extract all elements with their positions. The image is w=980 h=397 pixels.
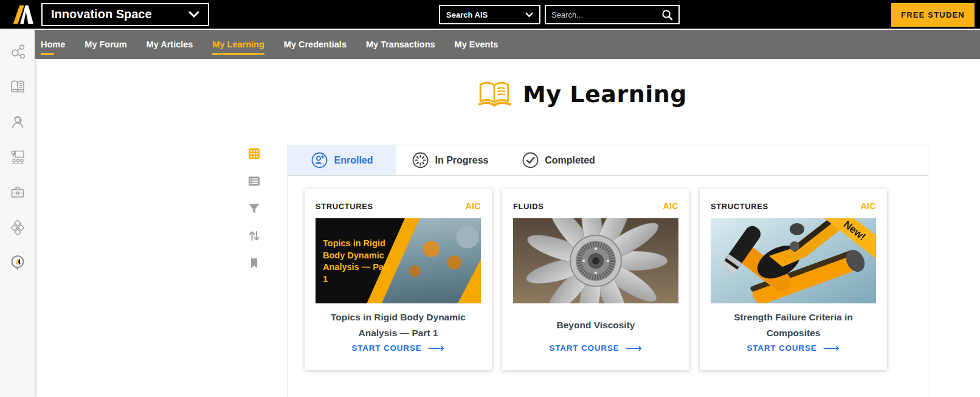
nav-my-events[interactable]: My Events — [455, 40, 499, 49]
broken-frame-photo: New! — [711, 218, 876, 303]
course-title: Topics in Rigid Body Dynamic Analysis — … — [316, 309, 481, 342]
grid-view-icon[interactable] — [248, 148, 260, 160]
card-badge: AIC — [465, 201, 481, 211]
course-title: Beyond Viscosity — [513, 309, 678, 342]
classroom-icon[interactable] — [10, 149, 26, 165]
course-card[interactable]: STRUCTURES AIC Topics in Rigid Body Dyna… — [305, 189, 492, 370]
card-head: STRUCTURES AIC — [316, 201, 481, 211]
course-card-grid: STRUCTURES AIC Topics in Rigid Body Dyna… — [288, 176, 928, 370]
nav-my-learning[interactable]: My Learning — [212, 40, 264, 49]
course-card[interactable]: STRUCTURES AIC — [700, 189, 887, 370]
card-head: STRUCTURES AIC — [711, 201, 876, 211]
share-network-icon[interactable] — [10, 43, 26, 59]
course-thumbnail: New! — [711, 218, 876, 303]
bookmark-icon[interactable] — [248, 257, 260, 269]
nav-my-credentials[interactable]: My Credentials — [284, 40, 347, 49]
sort-icon[interactable] — [248, 230, 260, 242]
spinner-icon — [412, 152, 429, 168]
search-icon[interactable] — [661, 9, 673, 21]
learning-panel: Enrolled In Progress — [288, 145, 928, 397]
course-thumbnail — [513, 218, 678, 303]
ansys-logo — [9, 3, 35, 26]
start-course-link[interactable]: START COURSE ⟶ — [513, 342, 678, 354]
arrow-right-icon: ⟶ — [428, 342, 445, 354]
nav-my-forum[interactable]: My Forum — [85, 40, 126, 49]
tab-completed-label: Completed — [545, 155, 595, 166]
search-scope-select[interactable]: Search AIS — [439, 5, 540, 24]
tab-enrolled[interactable]: Enrolled — [288, 145, 396, 175]
fan-photo — [513, 218, 678, 303]
open-book-icon — [478, 79, 512, 109]
page: Innovation Space Search AIS FREE STUDEN — [0, 0, 980, 397]
course-title: Strength Failure Criteria in Composites — [711, 309, 876, 342]
chevron-down-icon — [188, 11, 199, 18]
enroll-person-icon — [311, 152, 328, 168]
list-view-icon[interactable] — [248, 175, 260, 187]
page-title: My Learning — [523, 81, 687, 108]
search-input[interactable] — [551, 10, 661, 19]
card-badge: AIC — [663, 201, 678, 211]
search-scope-label: Search AIS — [446, 10, 488, 19]
view-toolbar — [248, 148, 260, 269]
support-person-icon[interactable] — [10, 114, 26, 129]
arrow-right-icon: ⟶ — [626, 342, 643, 354]
free-student-button[interactable]: FREE STUDEN — [891, 3, 975, 27]
card-head: FLUIDS AIC — [513, 201, 678, 211]
tab-enrolled-label: Enrolled — [334, 155, 373, 166]
card-category: STRUCTURES — [711, 202, 768, 211]
course-thumbnail: Topics in Rigid Body Dynamic Analysis — … — [316, 218, 481, 303]
check-circle-icon — [522, 152, 539, 168]
main-nav: Home My Forum My Articles My Learning My… — [35, 30, 980, 59]
nav-my-transactions[interactable]: My Transactions — [366, 40, 435, 49]
briefcase-icon[interactable] — [10, 184, 26, 200]
space-selector-label: Innovation Space — [51, 7, 152, 21]
ansys-chat-icon[interactable] — [10, 255, 26, 271]
tab-in-progress[interactable]: In Progress — [396, 145, 505, 175]
icon-sidebar — [0, 30, 35, 397]
tab-in-progress-label: In Progress — [435, 155, 488, 166]
tab-bar: Enrolled In Progress — [288, 145, 928, 176]
tab-completed[interactable]: Completed — [505, 145, 613, 175]
arrow-right-icon: ⟶ — [823, 342, 840, 354]
thumbnail-caption: Topics in Rigid Body Dynamic Analysis — … — [323, 238, 397, 285]
top-header: Innovation Space Search AIS FREE STUDEN — [0, 0, 980, 29]
search-box — [545, 5, 680, 24]
card-category: FLUIDS — [513, 202, 544, 211]
library-book-icon[interactable] — [10, 78, 26, 94]
nav-home[interactable]: Home — [41, 40, 65, 49]
space-selector[interactable]: Innovation Space — [41, 3, 209, 26]
filter-icon[interactable] — [248, 202, 260, 215]
start-course-link[interactable]: START COURSE ⟶ — [711, 342, 876, 354]
chevron-down-icon — [525, 12, 533, 18]
search-area: Search AIS — [439, 5, 680, 24]
page-title-block: My Learning — [478, 79, 687, 109]
start-course-link[interactable]: START COURSE ⟶ — [316, 342, 481, 354]
nav-my-articles[interactable]: My Articles — [147, 40, 193, 49]
cubes-icon[interactable] — [10, 219, 26, 235]
card-category: STRUCTURES — [316, 202, 373, 211]
course-card[interactable]: FLUIDS AIC — [502, 189, 689, 370]
card-badge: AIC — [860, 201, 876, 211]
